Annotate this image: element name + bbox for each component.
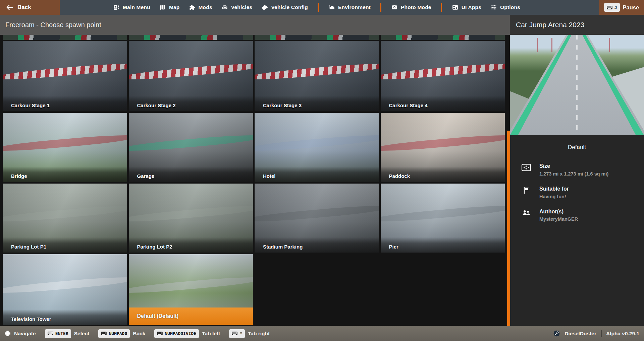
menu-separator	[380, 3, 381, 12]
hint-navigate: Navigate	[4, 330, 36, 337]
ui-apps-icon	[452, 4, 459, 11]
pause-button[interactable]: J Pause	[599, 0, 644, 15]
menu-item-ui-apps[interactable]: UI Apps	[452, 4, 481, 11]
menu-item-main-menu[interactable]: Main Menu	[113, 4, 150, 11]
top-bar: Back Main Menu Map Mods Vehicles Vehicle	[0, 0, 644, 15]
menu-item-options[interactable]: Options	[490, 4, 520, 11]
hint-label: Tab left	[202, 331, 220, 337]
hint-back: NUMPAD0 Back	[98, 329, 145, 338]
spawn-tile-default[interactable]: Default (Default)	[129, 254, 253, 325]
pause-key-badge: J	[604, 3, 620, 12]
menu-item-photo-mode[interactable]: Photo Mode	[391, 4, 431, 11]
options-icon	[490, 4, 497, 11]
spawn-tile-garage[interactable]: Garage	[129, 113, 253, 182]
tile-label: Carkour Stage 1	[11, 103, 50, 108]
menu-item-mods[interactable]: Mods	[189, 4, 212, 11]
menu-item-label: Map	[169, 4, 180, 10]
spawn-tile-hotel[interactable]: Hotel	[255, 113, 379, 182]
pause-label: Pause	[623, 4, 639, 11]
keyboard-icon	[232, 332, 237, 335]
key-label: *	[239, 331, 242, 336]
menu-separator	[441, 3, 442, 12]
map-icon	[159, 4, 166, 11]
spawn-tile-pier[interactable]: Pier	[381, 184, 505, 253]
hint-label: Navigate	[14, 331, 36, 337]
menu-item-label: Options	[500, 4, 520, 10]
menu-item-label: Environment	[338, 4, 371, 10]
page-title: Freeroam - Choose spawn point	[5, 21, 101, 29]
map-details: Size 1.273 mi x 1.273 mi (1.6 sq mi) Sui…	[510, 163, 644, 222]
hint-label: Back	[133, 331, 145, 337]
status-right: DieselDuster Alpha v0.29.1	[553, 330, 639, 337]
spawn-tile-parking-lot-p2[interactable]: Parking Lot P2	[129, 184, 253, 253]
steam-icon	[553, 330, 560, 337]
menu-item-map[interactable]: Map	[159, 4, 180, 11]
tile-label: Parking Lot P1	[11, 244, 46, 250]
dpad-icon	[4, 330, 11, 337]
key-badge-numpad0: NUMPAD0	[98, 329, 130, 338]
authors-icon	[521, 209, 531, 216]
spawn-tile-parking-lot-p1[interactable]: Parking Lot P1	[3, 184, 127, 253]
version-label: Alpha v0.29.1	[606, 331, 639, 337]
spawn-tile-bridge[interactable]: Bridge	[3, 113, 127, 182]
back-button[interactable]: Back	[0, 0, 60, 15]
selected-spawn-name: Default	[510, 144, 644, 151]
spawn-tile-stadium-parking[interactable]: Stadium Parking	[255, 184, 379, 253]
tile-label: Parking Lot P2	[137, 244, 172, 250]
spawn-tile-television-tower[interactable]: Television Tower	[3, 254, 127, 325]
menu-item-label: Vehicle Config	[271, 4, 308, 10]
detail-title: Author(s)	[539, 208, 578, 215]
detail-value: MysteryManGER	[539, 216, 578, 222]
key-badge-numpaddivide: NUMPADDIVIDE	[154, 329, 199, 338]
menu-item-label: Main Menu	[123, 4, 150, 10]
menu-separator	[318, 3, 319, 12]
key-label: NUMPAD0	[109, 331, 127, 336]
detail-title: Suitable for	[539, 186, 569, 193]
detail-row-suitable: Suitable for Having fun!	[510, 186, 644, 199]
top-menu: Main Menu Map Mods Vehicles Vehicle Conf…	[113, 0, 520, 15]
menu-item-label: Photo Mode	[401, 4, 431, 10]
spawn-tile-carkour-stage-4[interactable]: Carkour Stage 4	[381, 41, 505, 111]
tile-label: Carkour Stage 3	[263, 103, 302, 108]
key-badge-enter: ENTER	[45, 329, 71, 338]
spawn-tile-carkour-stage-1[interactable]: Carkour Stage 1	[3, 41, 127, 111]
spawn-tile-paddock[interactable]: Paddock	[381, 113, 505, 182]
menu-item-label: UI Apps	[462, 4, 481, 10]
menu-item-environment[interactable]: Environment	[328, 4, 371, 11]
panel-body: Default Size 1.273 mi x 1.273 mi (1.6 sq…	[510, 135, 644, 326]
key-label: ENTER	[55, 331, 68, 336]
flag-icon	[521, 186, 531, 194]
keyboard-icon	[101, 332, 107, 335]
tile-label: Default (Default)	[137, 313, 179, 319]
detail-title: Size	[539, 163, 608, 170]
map-title-bar: Car Jump Arena 2023	[510, 15, 644, 35]
environment-icon	[328, 4, 335, 11]
clipped-row	[3, 35, 505, 40]
detail-row-size: Size 1.273 mi x 1.273 mi (1.6 sq mi)	[510, 163, 644, 177]
hint-select: ENTER Select	[45, 329, 90, 338]
panel-scrollbar[interactable]	[507, 131, 510, 326]
menu-item-vehicles[interactable]: Vehicles	[221, 4, 253, 11]
freeroam-spawn-screen: Back Main Menu Map Mods Vehicles Vehicle	[0, 0, 644, 341]
spawn-tile-carkour-stage-3[interactable]: Carkour Stage 3	[255, 41, 379, 111]
keyboard-icon	[157, 332, 163, 335]
input-hints: Navigate ENTER Select NUMPAD0 Back	[4, 329, 270, 338]
size-icon	[521, 163, 531, 172]
tile-label: Carkour Stage 2	[137, 103, 176, 108]
key-label: NUMPADDIVIDE	[165, 331, 196, 336]
tile-label: Garage	[137, 173, 155, 179]
menu-item-label: Mods	[199, 4, 212, 10]
tile-label: Pier	[389, 244, 398, 250]
bridge-tower-decoration	[537, 38, 538, 52]
screen-title-bar: Freeroam - Choose spawn point	[0, 15, 510, 35]
menu-item-vehicle-config[interactable]: Vehicle Config	[261, 4, 308, 11]
tile-label: Hotel	[263, 173, 276, 179]
spawn-grid-area: Carkour Stage 1 Carkour Stage 2 Carkour …	[0, 35, 510, 326]
hint-tab-left: NUMPADDIVIDE Tab left	[154, 329, 220, 338]
back-label: Back	[17, 4, 31, 11]
vehicles-icon	[221, 4, 228, 11]
pause-key-label: J	[614, 5, 617, 10]
tile-label: Television Tower	[11, 316, 51, 322]
keyboard-icon	[48, 332, 53, 335]
spawn-tile-carkour-stage-2[interactable]: Carkour Stage 2	[129, 41, 253, 111]
